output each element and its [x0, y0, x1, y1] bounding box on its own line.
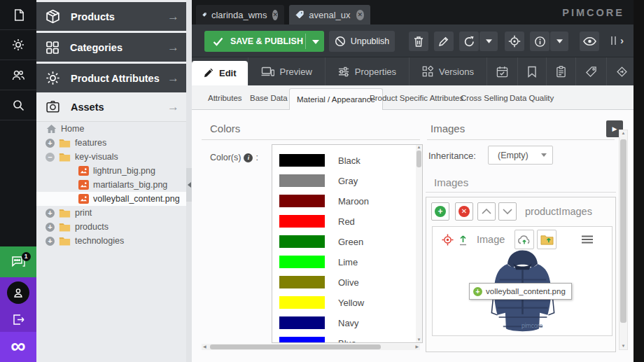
subtab-label: Base Data [250, 94, 288, 102]
info-dot-icon[interactable]: i [244, 153, 253, 162]
subtab-product-specific[interactable]: Product Specific Attributes [370, 85, 463, 110]
color-option-maroon[interactable]: Maroon [272, 191, 422, 211]
caret-down-icon[interactable] [312, 40, 319, 44]
subtab-cross-selling[interactable]: Cross Selling [461, 85, 508, 110]
sidebar-item-products[interactable]: Products → [36, 2, 186, 31]
scroll-down-icon[interactable]: ▼ [416, 337, 422, 342]
unpublish-button[interactable]: Unpublish [329, 31, 395, 52]
image-slot[interactable]: Image [432, 226, 612, 336]
eye-icon [583, 36, 596, 46]
tab-tags[interactable] [575, 57, 606, 85]
window-tab-clarinda[interactable]: clarinda_wms ✕ [196, 5, 284, 25]
colors-listbox[interactable]: Black Gray Maroon Red Green Lime Olive Y… [272, 144, 423, 343]
notifications-button[interactable]: 1 [0, 246, 36, 277]
collapse-left-icon [188, 182, 191, 188]
sidebar-item-assets[interactable]: Assets → [36, 92, 186, 122]
scroll-thumb[interactable] [210, 344, 381, 349]
color-option-green[interactable]: Green [272, 232, 422, 252]
color-option-gray[interactable]: Gray [272, 171, 422, 191]
sidebar-item-product-attributes[interactable]: Product Attributes → [36, 64, 186, 92]
add-image-button[interactable]: + [431, 202, 449, 221]
tab-edit[interactable]: Edit [192, 61, 248, 85]
color-option-navy[interactable]: Navy [272, 313, 422, 333]
tree-node-features[interactable]: + features [36, 136, 186, 150]
clipboard-icon [556, 66, 566, 78]
tree-node-technologies[interactable]: + technologies [36, 234, 186, 248]
tab-properties[interactable]: Properties [325, 57, 409, 85]
tab-versions[interactable]: Versions [409, 57, 486, 85]
reload-button[interactable] [459, 32, 479, 51]
sidebar-collapse-handle[interactable] [186, 168, 192, 202]
delete-button[interactable] [409, 32, 428, 51]
color-option-black[interactable]: Black [272, 151, 422, 171]
info-button[interactable] [530, 32, 550, 51]
subtab-base-data[interactable]: Base Data [250, 85, 288, 110]
remove-image-button[interactable]: ✕ [455, 202, 473, 221]
images-panel-vscrollbar[interactable]: ▲ ▼ [619, 130, 628, 350]
color-option-yellow[interactable]: Yellow [272, 293, 422, 313]
search-button[interactable] [0, 90, 36, 120]
close-icon[interactable]: ✕ [272, 10, 278, 20]
tab-preview[interactable]: Preview [248, 57, 325, 85]
scroll-up-icon[interactable]: ▲ [620, 131, 627, 136]
move-up-button[interactable] [477, 202, 496, 221]
scroll-right-icon[interactable]: ▶ [415, 344, 419, 350]
color-option-olive[interactable]: Olive [272, 272, 422, 293]
close-icon[interactable]: ✕ [356, 10, 364, 20]
scroll-up-icon[interactable]: ▲ [416, 145, 422, 150]
scroll-thumb[interactable] [620, 139, 626, 323]
locate-icon [508, 35, 521, 48]
subtab-data-quality[interactable]: Data Quality [510, 85, 554, 110]
scroll-left-icon[interactable]: ◀ [203, 344, 206, 350]
tree-node-key-visuals[interactable]: – key-visuals [36, 150, 186, 164]
locate-in-tree-button[interactable] [505, 32, 524, 51]
subtab-material-appearance[interactable]: Material / Appearance [289, 88, 383, 110]
move-down-button[interactable] [498, 202, 517, 221]
save-publish-button[interactable]: SAVE & PUBLISH [204, 31, 324, 52]
inheritance-dropdown[interactable]: (Empty) [488, 146, 553, 165]
divider [427, 139, 615, 140]
drop-target-icon [442, 234, 454, 246]
tab-workflow[interactable] [606, 57, 637, 85]
sidebar-splitter[interactable] [186, 0, 192, 362]
scroll-down-icon[interactable]: ▼ [620, 344, 627, 349]
expand-icon[interactable]: + [46, 237, 55, 246]
collapse-icon[interactable]: – [46, 153, 55, 162]
expand-icon[interactable]: + [46, 209, 55, 218]
tree-node-products[interactable]: + products [36, 220, 186, 234]
versions-icon [422, 66, 433, 77]
users-button[interactable] [0, 60, 36, 90]
preview-eye-button[interactable] [580, 32, 599, 51]
tree-node-volleyball[interactable]: volleyball_content.png [36, 192, 186, 206]
user-menu-button[interactable] [0, 277, 36, 307]
color-option-lime[interactable]: Lime [272, 252, 422, 272]
listbox-vscrollbar[interactable]: ▲ ▼ [416, 145, 422, 342]
notification-badge: 1 [22, 252, 31, 261]
expand-icon[interactable]: + [46, 139, 55, 148]
subtab-attributes[interactable]: Attributes [208, 85, 242, 110]
colors-hscrollbar[interactable]: ◀ ▶ [202, 344, 420, 350]
logout-button[interactable] [0, 307, 36, 332]
file-button[interactable] [0, 0, 36, 30]
tree-node-home[interactable]: Home [36, 122, 186, 136]
tree-node-lightrun[interactable]: lightrun_big.png [36, 164, 186, 178]
tag-icon [295, 9, 304, 20]
expand-icon[interactable]: + [46, 223, 55, 232]
settings-button[interactable] [0, 30, 36, 60]
tab-notes[interactable] [546, 57, 575, 85]
scroll-thumb[interactable] [416, 151, 421, 167]
reload-dropdown-button[interactable] [479, 32, 498, 51]
toolbar-overflow[interactable]: › [611, 35, 624, 46]
image-menu-button[interactable] [578, 230, 597, 249]
tab-schedule[interactable] [486, 57, 517, 85]
info-dropdown-button[interactable] [550, 32, 568, 51]
rename-button[interactable] [434, 32, 454, 51]
tree-node-print[interactable]: + print [36, 206, 186, 220]
tab-bookmark[interactable] [517, 57, 546, 85]
sidebar-item-categories[interactable]: Categories → [36, 33, 186, 62]
tree-node-martialarts[interactable]: martialarts_big.png [36, 178, 186, 192]
window-tab-avenal[interactable]: avenal_ux ✕ [289, 5, 370, 25]
pimcore-logo-button[interactable]: ∞ [0, 332, 36, 362]
color-option-blue[interactable]: Blue [272, 333, 422, 343]
color-option-red[interactable]: Red [272, 211, 422, 232]
